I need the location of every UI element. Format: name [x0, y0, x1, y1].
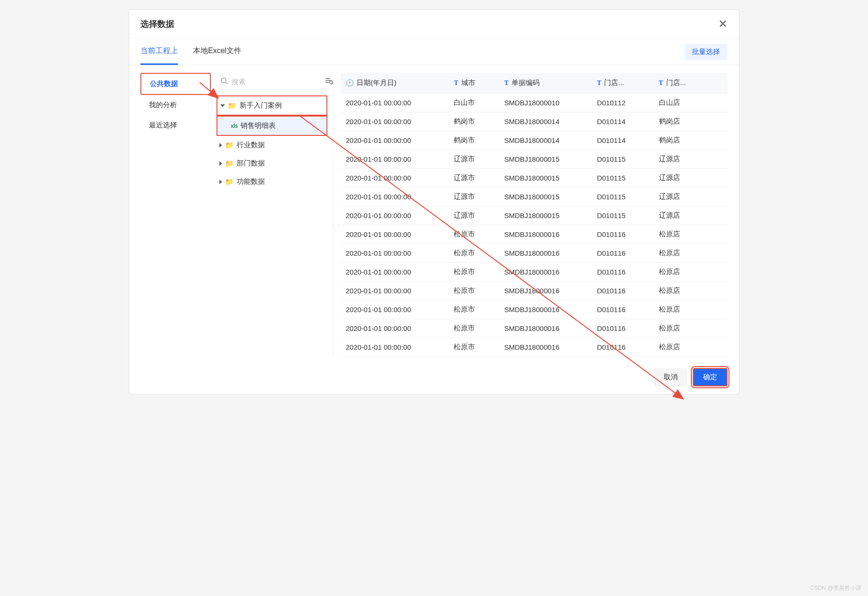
data-table: 🕐日期(年月日) T城市 T单据编码 T门店... T门店... 2020-01… [341, 73, 728, 357]
caret-right-icon [219, 180, 222, 184]
tree-folder-label: 功能数据 [237, 177, 265, 186]
tabs-row: 当前工程上 本地Excel文件 批量选择 [129, 39, 739, 65]
table-cell: SMDBJ18000016 [499, 319, 592, 338]
search-input[interactable] [232, 75, 321, 88]
table-row[interactable]: 2020-01-01 00:00:00白山市SMDBJ18000010D0101… [341, 94, 728, 112]
caret-right-icon [219, 143, 222, 148]
table-cell: 2020-01-01 00:00:00 [341, 319, 449, 338]
column-date[interactable]: 🕐日期(年月日) [341, 73, 449, 94]
table-row[interactable]: 2020-01-01 00:00:00松原市SMDBJ18000016D0101… [341, 319, 728, 338]
tree-folder-beginner-cases[interactable]: 📁 新手入门案例 [217, 95, 327, 116]
table-cell: D010116 [592, 300, 654, 319]
table-cell: SMDBJ18000015 [499, 169, 592, 188]
table-panel: ⋮⋮ 🕐日期(年月日) T城市 T单据编码 T门店... T门店... 2020… [333, 73, 728, 357]
table-cell: D010116 [592, 282, 654, 300]
table-row[interactable]: 2020-01-01 00:00:00松原市SMDBJ18000016D0101… [341, 263, 728, 282]
table-cell: 辽源店 [654, 150, 728, 169]
svg-line-1 [225, 82, 227, 84]
caret-right-icon [219, 161, 222, 166]
table-cell: SMDBJ18000010 [499, 94, 592, 112]
table-cell: 2020-01-01 00:00:00 [341, 150, 449, 169]
table-cell: 鹤岗市 [449, 112, 499, 131]
table-header-row: 🕐日期(年月日) T城市 T单据编码 T门店... T门店... [341, 73, 728, 94]
table-row[interactable]: 2020-01-01 00:00:00辽源市SMDBJ18000015D0101… [341, 150, 728, 169]
folder-icon: 📁 [228, 102, 237, 110]
column-store-1[interactable]: T门店... [592, 73, 654, 94]
dialog-footer: 取消 确定 [129, 361, 739, 394]
cancel-button[interactable]: 取消 [654, 368, 687, 386]
table-cell: 松原店 [654, 282, 728, 300]
table-row[interactable]: 2020-01-01 00:00:00松原市SMDBJ18000016D0101… [341, 282, 728, 300]
table-cell: 2020-01-01 00:00:00 [341, 188, 449, 206]
tree-folder-label: 行业数据 [237, 141, 265, 149]
tab-local-excel[interactable]: 本地Excel文件 [193, 39, 241, 65]
sidebar-item-my-analysis[interactable]: 我的分析 [140, 95, 211, 115]
table-cell: 松原市 [449, 225, 499, 244]
table-cell: 2020-01-01 00:00:00 [341, 282, 449, 300]
table-row[interactable]: 2020-01-01 00:00:00辽源市SMDBJ18000015D0101… [341, 206, 728, 225]
sidebar-item-recent[interactable]: 最近选择 [140, 115, 211, 135]
table-cell: 2020-01-01 00:00:00 [341, 300, 449, 319]
table-cell: 松原市 [449, 263, 499, 282]
tree-folder-department[interactable]: 📁 部门数据 [217, 154, 327, 173]
sidebar-item-public-data[interactable]: 公共数据 [140, 73, 211, 95]
batch-select-button[interactable]: 批量选择 [684, 44, 728, 60]
table-cell: 2020-01-01 00:00:00 [341, 169, 449, 188]
table-cell: 鹤岗店 [654, 112, 728, 131]
table-cell: 松原店 [654, 338, 728, 357]
tree-folder-industry[interactable]: 📁 行业数据 [217, 136, 327, 154]
table-cell: 辽源市 [449, 188, 499, 206]
table-cell: D010115 [592, 188, 654, 206]
tree-folder-function[interactable]: 📁 功能数据 [217, 173, 327, 191]
table-row[interactable]: 2020-01-01 00:00:00辽源市SMDBJ18000015D0101… [341, 169, 728, 188]
table-cell: 2020-01-01 00:00:00 [341, 244, 449, 263]
table-cell: 2020-01-01 00:00:00 [341, 225, 449, 244]
table-cell: 辽源市 [449, 206, 499, 225]
table-row[interactable]: 2020-01-01 00:00:00鹤岗市SMDBJ18000014D0101… [341, 112, 728, 131]
table-cell: 辽源店 [654, 206, 728, 225]
table-cell: 松原市 [449, 300, 499, 319]
column-doc-code[interactable]: T单据编码 [499, 73, 592, 94]
column-city[interactable]: T城市 [449, 73, 499, 94]
tree-file-sales-detail[interactable]: xls 销售明细表 [217, 116, 327, 136]
table-cell: D010114 [592, 112, 654, 131]
text-type-icon: T [597, 79, 601, 86]
table-row[interactable]: 2020-01-01 00:00:00松原市SMDBJ18000016D0101… [341, 225, 728, 244]
select-data-dialog: 选择数据 ✕ 当前工程上 本地Excel文件 批量选择 公共数据 我的分析 最近… [129, 9, 739, 394]
svg-point-0 [221, 78, 226, 83]
table-row[interactable]: 2020-01-01 00:00:00松原市SMDBJ18000016D0101… [341, 338, 728, 357]
table-cell: 鹤岗市 [449, 131, 499, 150]
table-cell: 2020-01-01 00:00:00 [341, 94, 449, 112]
table-row[interactable]: 2020-01-01 00:00:00辽源市SMDBJ18000015D0101… [341, 188, 728, 206]
table-cell: 辽源店 [654, 188, 728, 206]
table-cell: 辽源市 [449, 169, 499, 188]
table-cell: 松原店 [654, 319, 728, 338]
table-cell: 2020-01-01 00:00:00 [341, 112, 449, 131]
text-type-icon: T [504, 79, 508, 86]
history-icon[interactable] [325, 77, 333, 87]
search-icon [220, 77, 228, 86]
table-cell: SMDBJ18000016 [499, 338, 592, 357]
table-cell: D010115 [592, 206, 654, 225]
table-cell: SMDBJ18000015 [499, 150, 592, 169]
folder-icon: 📁 [225, 141, 234, 149]
table-cell: SMDBJ18000014 [499, 131, 592, 150]
table-cell: D010116 [592, 338, 654, 357]
column-store-2[interactable]: T门店... [654, 73, 728, 94]
xls-icon: xls [231, 123, 238, 129]
table-cell: SMDBJ18000015 [499, 188, 592, 206]
tree-folder-label: 新手入门案例 [240, 101, 282, 110]
table-cell: 松原店 [654, 263, 728, 282]
table-row[interactable]: 2020-01-01 00:00:00鹤岗市SMDBJ18000014D0101… [341, 131, 728, 150]
table-cell: 2020-01-01 00:00:00 [341, 263, 449, 282]
table-cell: SMDBJ18000016 [499, 300, 592, 319]
resize-handle[interactable]: ⋮⋮ [331, 223, 343, 229]
table-cell: 辽源市 [449, 150, 499, 169]
table-cell: D010116 [592, 225, 654, 244]
table-cell: D010116 [592, 244, 654, 263]
table-row[interactable]: 2020-01-01 00:00:00松原市SMDBJ18000016D0101… [341, 300, 728, 319]
table-row[interactable]: 2020-01-01 00:00:00松原市SMDBJ18000016D0101… [341, 244, 728, 263]
ok-button[interactable]: 确定 [693, 368, 728, 386]
tab-current-project[interactable]: 当前工程上 [140, 39, 178, 65]
close-button[interactable]: ✕ [718, 18, 728, 30]
